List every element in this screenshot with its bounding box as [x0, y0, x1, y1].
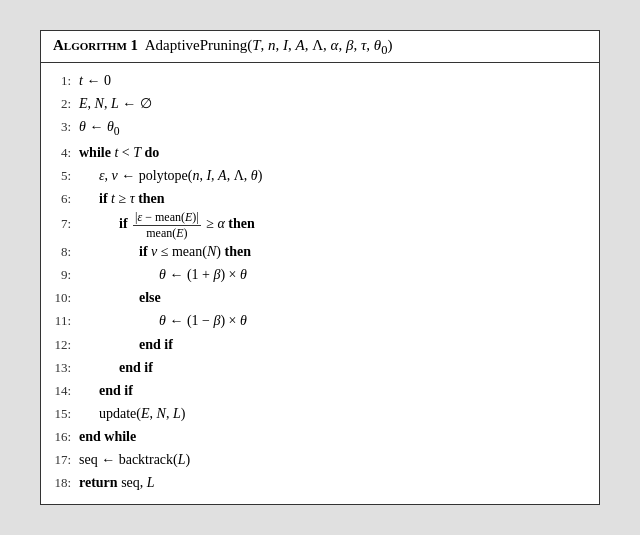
line-number: 6: — [53, 188, 79, 209]
line-8: 8: if ν ≤ mean(N) then — [53, 240, 587, 263]
line-number: 9: — [53, 264, 79, 285]
line-number: 12: — [53, 334, 79, 355]
line-code: θ ← (1 − β) × θ — [79, 309, 587, 332]
line-number: 10: — [53, 287, 79, 308]
line-number: 1: — [53, 70, 79, 91]
line-code: end if — [79, 379, 587, 402]
line-code: return seq, L — [79, 471, 587, 494]
line-15: 15: update(E, N, L) — [53, 402, 587, 425]
line-code: else — [79, 286, 587, 309]
line-code: t ← 0 — [79, 69, 587, 92]
line-14: 14: end if — [53, 379, 587, 402]
line-number: 2: — [53, 93, 79, 114]
fraction: |ε − mean(E)| mean(E) — [133, 210, 201, 240]
line-2: 2: E, N, L ← ∅ — [53, 92, 587, 115]
line-11: 11: θ ← (1 − β) × θ — [53, 309, 587, 332]
line-number: 15: — [53, 403, 79, 424]
line-number: 14: — [53, 380, 79, 401]
line-number: 16: — [53, 426, 79, 447]
line-code: end if — [79, 333, 587, 356]
line-code: θ ← θ0 — [79, 115, 587, 141]
line-code: seq ← backtrack(L) — [79, 448, 587, 471]
algorithm-body: 1: t ← 0 2: E, N, L ← ∅ 3: θ ← θ0 4: whi… — [41, 63, 599, 504]
algorithm-label: Algorithm 1 — [53, 37, 138, 53]
line-number: 11: — [53, 310, 79, 331]
line-code: ε, ν ← polytope(n, I, A, Λ, θ) — [79, 164, 587, 187]
line-1: 1: t ← 0 — [53, 69, 587, 92]
line-number: 4: — [53, 142, 79, 163]
line-number: 5: — [53, 165, 79, 186]
line-number: 13: — [53, 357, 79, 378]
line-number: 3: — [53, 116, 79, 137]
line-4: 4: while t < T do — [53, 141, 587, 164]
line-12: 12: end if — [53, 333, 587, 356]
line-16: 16: end while — [53, 425, 587, 448]
line-code: if |ε − mean(E)| mean(E) ≥ α then — [79, 210, 587, 240]
line-number: 17: — [53, 449, 79, 470]
line-code: if ν ≤ mean(N) then — [79, 240, 587, 263]
line-3: 3: θ ← θ0 — [53, 115, 587, 141]
line-5: 5: ε, ν ← polytope(n, I, A, Λ, θ) — [53, 164, 587, 187]
line-13: 13: end if — [53, 356, 587, 379]
line-6: 6: if t ≥ τ then — [53, 187, 587, 210]
numerator: |ε − mean(E)| — [133, 210, 201, 225]
line-18: 18: return seq, L — [53, 471, 587, 494]
line-number: 7: — [53, 213, 79, 234]
line-17: 17: seq ← backtrack(L) — [53, 448, 587, 471]
line-10: 10: else — [53, 286, 587, 309]
line-code: end if — [79, 356, 587, 379]
denominator: mean(E) — [144, 226, 189, 240]
line-code: update(E, N, L) — [79, 402, 587, 425]
line-7: 7: if |ε − mean(E)| mean(E) ≥ α then — [53, 210, 587, 240]
line-9: 9: θ ← (1 + β) × θ — [53, 263, 587, 286]
line-number: 18: — [53, 472, 79, 493]
line-code: θ ← (1 + β) × θ — [79, 263, 587, 286]
line-number: 8: — [53, 241, 79, 262]
line-code: while t < T do — [79, 141, 587, 164]
line-code: if t ≥ τ then — [79, 187, 587, 210]
algorithm-box: Algorithm 1 AdaptivePruning(T, n, I, A, … — [40, 30, 600, 505]
algorithm-header: Algorithm 1 AdaptivePruning(T, n, I, A, … — [41, 31, 599, 63]
line-code: end while — [79, 425, 587, 448]
line-code: E, N, L ← ∅ — [79, 92, 587, 115]
